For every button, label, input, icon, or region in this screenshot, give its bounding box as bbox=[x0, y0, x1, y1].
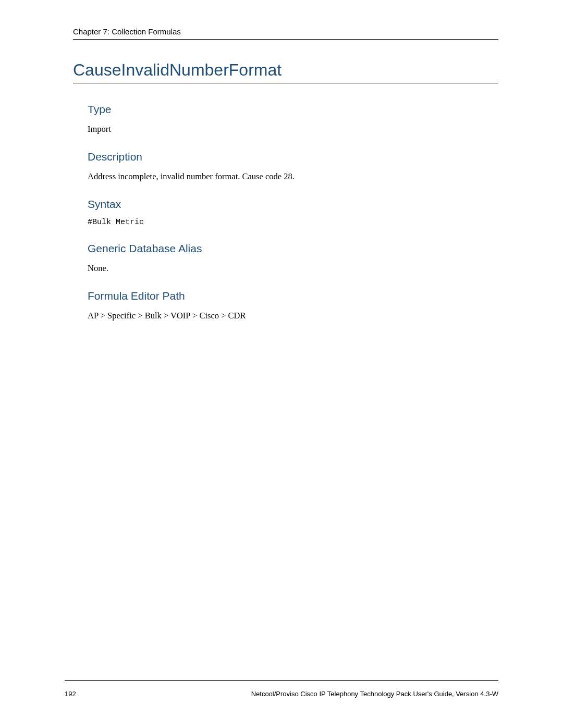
section-heading-path: Formula Editor Path bbox=[88, 290, 498, 302]
section-body-alias: None. bbox=[88, 262, 498, 274]
section-body-path: AP > Specific > Bulk > VOIP > Cisco > CD… bbox=[88, 310, 498, 322]
section-syntax: Syntax #Bulk Metric bbox=[88, 198, 498, 227]
document-page: Chapter 7: Collection Formulas CauseInva… bbox=[0, 0, 563, 728]
section-path: Formula Editor Path AP > Specific > Bulk… bbox=[88, 290, 498, 322]
page-footer: 192 Netcool/Proviso Cisco IP Telephony T… bbox=[65, 680, 498, 698]
section-body-description: Address incomplete, invalid number forma… bbox=[88, 170, 498, 182]
section-heading-syntax: Syntax bbox=[88, 198, 498, 211]
section-type: Type Import bbox=[88, 103, 498, 135]
footer-doc-title: Netcool/Proviso Cisco IP Telephony Techn… bbox=[251, 690, 498, 698]
page-title: CauseInvalidNumberFormat bbox=[73, 60, 498, 83]
section-heading-alias: Generic Database Alias bbox=[88, 242, 498, 255]
section-alias: Generic Database Alias None. bbox=[88, 242, 498, 274]
page-number: 192 bbox=[65, 690, 76, 698]
section-body-syntax: #Bulk Metric bbox=[88, 218, 498, 227]
section-heading-type: Type bbox=[88, 103, 498, 116]
chapter-header: Chapter 7: Collection Formulas bbox=[73, 27, 498, 40]
section-body-type: Import bbox=[88, 123, 498, 135]
section-heading-description: Description bbox=[88, 151, 498, 163]
section-description: Description Address incomplete, invalid … bbox=[88, 151, 498, 182]
